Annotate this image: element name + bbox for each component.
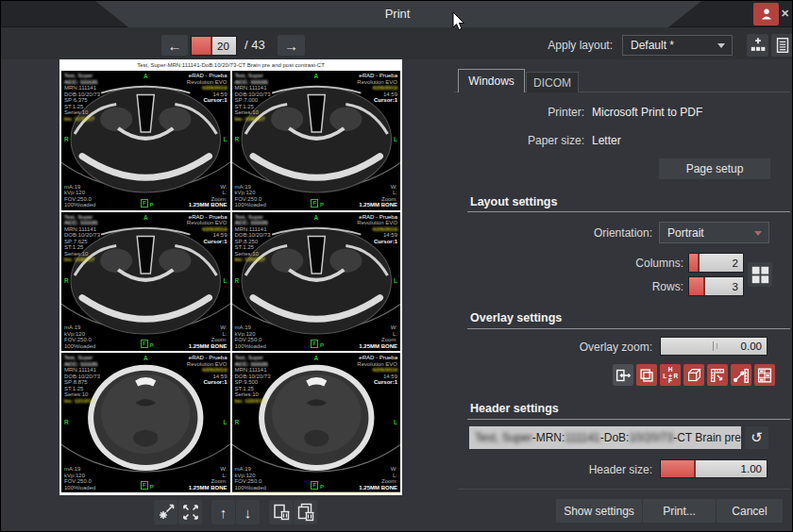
orientation-marker-right: L — [224, 419, 228, 425]
overlay-loaded: 100%loaded — [64, 202, 95, 208]
reset-header-button[interactable]: ↺ — [745, 426, 768, 449]
overlay-im: Im: 119/217 — [64, 257, 100, 263]
cell-overlay-br: W:L:Zoom:1.25MM BONE — [359, 324, 397, 349]
paper-size-label: Paper size: — [454, 134, 584, 147]
svg-text:H: H — [668, 366, 673, 373]
overlay-fov: FOV:250.0 — [64, 337, 95, 343]
overlay-ruler-button[interactable] — [707, 364, 728, 386]
cell-overlay-br: W:L:Zoom:1.25MM BONE — [359, 184, 397, 208]
cell-overlay-bl: mA:19kVp:120FOV:250.0100%loaded — [64, 324, 95, 349]
previous-page-button[interactable]: ← — [161, 35, 188, 56]
delete-all-pages-button[interactable] — [294, 500, 317, 524]
overlay-mrn: MRN:111141 — [235, 85, 271, 91]
overlay-measurements-button[interactable] — [731, 364, 751, 386]
orientation-marker-top: A — [143, 214, 148, 221]
header-size-label: Header size: — [454, 463, 652, 476]
overlay-settings-divider — [467, 328, 790, 329]
overlay-frames-button[interactable] — [636, 364, 657, 386]
delete-page-button[interactable] — [269, 500, 293, 524]
overlay-preset: 1.25MM BONE — [189, 343, 228, 350]
preview-cell[interactable]: Test, SuperACC: 111131MRN:111141DOB:10/2… — [232, 71, 401, 210]
show-settings-button[interactable]: Show settings — [556, 499, 642, 523]
orientation-marker-top: A — [313, 214, 318, 221]
table-grid-icon — [755, 366, 774, 385]
overlay-acc: ACC: 111131 — [64, 79, 100, 86]
preview-cell[interactable]: Test, SuperACC: 111131MRN:111141DOB:10/2… — [61, 212, 230, 352]
tab-dicom[interactable]: DICOM — [526, 72, 579, 92]
overlay-orientation-labels-button[interactable]: HLRF — [660, 364, 681, 386]
move-page-down-button[interactable]: ↓ — [236, 500, 260, 524]
preview-cell[interactable]: Test, SuperACC: 111131MRN:111141DOB:10/2… — [232, 212, 401, 352]
overlay-table-button[interactable] — [754, 364, 775, 386]
orientation-marker-left: R — [235, 136, 240, 142]
overlay-facility: eRAD - Prueba — [357, 73, 397, 79]
header-dob-label: -DoB: — [600, 431, 630, 444]
header-size-fill — [661, 460, 696, 477]
overlay-facility: eRAD - Prueba — [187, 73, 228, 79]
cancel-button[interactable]: Cancel — [717, 499, 783, 523]
header-text-input[interactable]: Test, Super-MRN:111141-DoB:10/20/73-CT B… — [469, 426, 741, 449]
overlay-date: 4/26/2019 — [187, 367, 228, 374]
overlay-cube-button[interactable] — [683, 364, 704, 386]
overlay-cursor: Cursor:1 — [357, 239, 397, 245]
header-mrn-label: -MRN: — [532, 431, 565, 444]
chevron-down-icon — [717, 43, 725, 48]
orientation-marker-top: A — [313, 73, 318, 79]
preview-cell-selected[interactable]: Test, SuperACC: 111131MRN:111141DOB:10/2… — [232, 353, 401, 492]
overlay-cursor: Cursor:1 — [187, 379, 228, 386]
rows-spinner[interactable]: 3 — [688, 276, 744, 296]
svg-text:R: R — [674, 372, 679, 378]
tab-windows-label: Windows — [468, 75, 515, 88]
overlay-acc: ACC: 111131 — [235, 220, 271, 226]
columns-spinner[interactable]: 2 — [688, 253, 744, 273]
orientation-dropdown[interactable]: Portrait — [659, 222, 769, 243]
add-layout-icon — [749, 36, 768, 55]
apply-window-level-icon — [156, 502, 177, 523]
header-size-slider[interactable]: 1.00 — [660, 459, 768, 478]
arrow-down-icon: ↓ — [245, 505, 252, 521]
tab-windows[interactable]: Windows — [458, 69, 525, 92]
overlay-acc: ACC: 111131 — [235, 361, 271, 368]
delete-page-icon — [271, 502, 292, 523]
page-number-spinner[interactable]: 20 — [191, 36, 237, 56]
user-button[interactable] — [753, 3, 779, 25]
fit-preview-button[interactable] — [178, 500, 202, 524]
arrow-up-icon: ↑ — [220, 505, 228, 521]
orientation-marker-top: A — [313, 355, 318, 361]
overlay-move-button[interactable] — [613, 364, 633, 386]
orientation-marker-left: R — [64, 277, 69, 284]
print-button[interactable]: Print... — [643, 499, 716, 523]
move-page-up-button[interactable]: ↑ — [211, 500, 235, 524]
page-setup-button[interactable]: Page setup — [659, 158, 770, 179]
save-layout-button[interactable] — [747, 34, 768, 57]
cancel-label: Cancel — [732, 505, 767, 518]
preview-cell[interactable]: Test, SuperACC: 111131MRN:111141DOB:10/2… — [61, 71, 230, 210]
overlay-im: Im: 120/217 — [235, 257, 271, 263]
svg-text:L: L — [663, 372, 666, 378]
arrow-left-icon: ← — [168, 38, 182, 54]
grid-icon — [750, 264, 770, 285]
print-preview-page[interactable]: Test, Super-MRN:111141-DoB:10/20/73-CT B… — [59, 59, 402, 495]
manage-layouts-button[interactable] — [771, 34, 793, 57]
overlay-preset: 1.25MM BONE — [359, 202, 397, 208]
overlay-fov: FOV:250.0 — [235, 478, 266, 485]
titlebar: Print ✕ — [1, 1, 793, 27]
apply-layout-dropdown[interactable]: Default * — [622, 35, 733, 56]
expand-icon — [180, 502, 201, 523]
grid-layout-button[interactable] — [748, 262, 772, 287]
next-page-button[interactable]: → — [278, 35, 305, 56]
orientation-label: Orientation: — [454, 226, 652, 240]
header-settings-divider — [467, 419, 790, 420]
close-button[interactable]: ✕ — [778, 6, 792, 21]
overlay-im: Im: 121/217 — [64, 398, 100, 405]
cell-overlay-tl: Test, SuperACC: 111131MRN:111141DOB:10/2… — [64, 355, 100, 404]
columns-value: 2 — [733, 254, 738, 272]
orientation-marker-top: A — [143, 355, 148, 361]
header-settings-title: Header settings — [470, 402, 559, 415]
preview-cell[interactable]: Test, SuperACC: 111131MRN:111141DOB:10/2… — [61, 353, 230, 492]
rows-value: 3 — [733, 277, 738, 295]
overlay-zoom-slider[interactable]: 0.00 — [660, 337, 768, 356]
overlay-loaded: 100%loaded — [64, 485, 95, 491]
window-level-reset-button[interactable] — [154, 500, 177, 524]
list-icon — [773, 36, 792, 55]
